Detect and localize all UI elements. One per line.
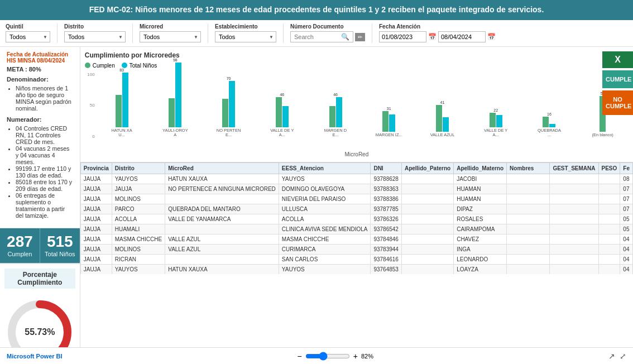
search-input[interactable]	[294, 33, 339, 40]
bar-top-label-4: 46	[333, 93, 338, 97]
bar-green-2	[222, 99, 228, 127]
table-col-gest-semana: GEST_SEMANA	[550, 162, 598, 174]
bar-green-6	[436, 105, 442, 132]
table-cell-r5-c0: JAUJA	[80, 224, 112, 234]
table-cell-r7-c1: MOLINOS	[112, 244, 165, 254]
distrito-filter-group: Distrito Todos	[64, 23, 126, 42]
calendar-icon-to[interactable]: 📅	[487, 33, 496, 41]
bar-group-2: 70NO PERTENE...	[203, 76, 255, 138]
bar-top-label-1: 98	[173, 58, 178, 62]
denominator-list: Niños menores de 1 año tipo de seguro MI…	[7, 85, 73, 112]
table-cell-r7-c5	[401, 244, 453, 254]
update-system: HIS MINSA	[7, 58, 37, 64]
table-cell-r6-c9	[598, 234, 620, 244]
table-cell-r6-c5	[401, 234, 453, 244]
numero-doc-filter-group: Número Documento 🔍 ✏	[290, 23, 365, 42]
bar-teal-3	[282, 106, 289, 127]
table-cell-r2-c3: NIEVERIA DEL PARAISO	[279, 194, 371, 204]
table-cell-r1-c7	[507, 184, 550, 194]
table-cell-r9-c1: YAUYOS	[112, 264, 165, 274]
bar-top-label-7: 22	[493, 108, 498, 112]
filters-row: Quintil Todos Distrito Todos Microred To…	[0, 20, 633, 47]
denominator-label: Denominador:	[7, 76, 73, 83]
donut-chart: 55.73%	[6, 299, 73, 347]
denominator-item-1: Niños menores de 1 año tipo de seguro MI…	[16, 85, 73, 112]
table-cell-r9-c2: HATUN XAUXA	[165, 264, 279, 274]
distrito-select[interactable]: Todos	[64, 31, 126, 42]
table-cell-r5-c8	[550, 224, 598, 234]
establecimiento-filter-group: Establecimiento Todos	[215, 23, 276, 42]
legend-cumplen-dot	[85, 63, 90, 68]
table-cell-r4-c6: ROSALES	[454, 214, 507, 224]
date-from-input[interactable]	[379, 31, 426, 42]
calendar-icon-from[interactable]: 📅	[428, 33, 437, 41]
zoom-minus-button[interactable]: −	[298, 352, 302, 361]
update-date: Fecha de Actualización HIS MINSA 08/04/2…	[7, 51, 73, 64]
table-wrapper[interactable]: ProvinciaDistritoMicroRedEESS_AtencionDN…	[80, 162, 633, 274]
cumple-button[interactable]: CUMPLE	[602, 70, 633, 88]
table-cell-r4-c0: JAUJA	[80, 214, 112, 224]
bar-pair-6	[436, 105, 449, 132]
stats-row: 287 Cumplen 515 Total Niños	[0, 228, 80, 264]
page-title: FED MC-02: Niños menores de 12 meses de …	[89, 5, 544, 14]
bar-green-3	[276, 97, 282, 127]
table-cell-r3-c5	[401, 204, 453, 214]
meta-label: META : 80%	[7, 66, 73, 73]
legend-total-dot	[122, 63, 127, 68]
table-cell-r2-c9	[598, 194, 620, 204]
main-content: Fecha de Actualización HIS MINSA 08/04/2…	[0, 47, 633, 347]
table-cell-r1-c4: 93788363	[371, 184, 402, 194]
table-cell-r2-c1: MOLINOS	[112, 194, 165, 204]
table-cell-r8-c9	[598, 254, 620, 264]
table-cell-r0-c9	[598, 174, 620, 184]
table-col-microred: MicroRed	[165, 162, 279, 174]
y-label-100: 100	[85, 72, 95, 77]
table-cell-r5-c9	[598, 224, 620, 234]
table-cell-r6-c0: JAUJA	[80, 234, 112, 244]
microred-select-wrapper[interactable]: Todos	[140, 31, 201, 42]
expand-icon[interactable]: ⤢	[620, 352, 626, 361]
table-cell-r6-c4: 93784846	[371, 234, 402, 244]
distrito-select-wrapper[interactable]: Todos	[64, 31, 126, 42]
power-bi-link[interactable]: Microsoft Power BI	[7, 353, 63, 360]
bar-x-label-3: VALLE DE YA...	[268, 128, 295, 138]
bar-teal-8	[549, 124, 555, 127]
table-header-row: ProvinciaDistritoMicroRedEESS_AtencionDN…	[80, 162, 632, 174]
table-cell-r3-c9	[598, 204, 620, 214]
zoom-slider[interactable]	[305, 352, 350, 361]
table-cell-r6-c3: MASMA CHICCHE	[279, 234, 371, 244]
y-label-50: 50	[85, 103, 95, 108]
update-date-value: 08/04/2024	[37, 58, 65, 64]
table-cell-r3-c2: QUEBRADA DEL MANTARO	[165, 204, 279, 214]
table-cell-r5-c3: CLINICA AVIVA SEDE MENDIOLA	[279, 224, 371, 234]
share-icon[interactable]: ↗	[608, 352, 615, 361]
zoom-plus-button[interactable]: +	[353, 352, 358, 361]
table-cell-r0-c3: YAUYOS	[279, 174, 371, 184]
divider-4	[283, 23, 284, 43]
excel-export-button[interactable]: X	[602, 51, 633, 68]
table-col-nombres: Nombres	[507, 162, 550, 174]
establecimiento-select-wrapper[interactable]: Todos	[215, 31, 276, 42]
table-cell-r3-c10: 07	[620, 204, 633, 214]
table-cell-r2-c4: 93788386	[371, 194, 402, 204]
table-cell-r8-c7	[507, 254, 550, 264]
quintil-select[interactable]: Todos	[6, 31, 50, 42]
eraser-button[interactable]: ✏	[355, 33, 365, 41]
table-cell-r6-c7	[507, 234, 550, 244]
table-cell-r8-c5	[401, 254, 453, 264]
microred-select[interactable]: Todos	[140, 31, 201, 42]
search-icon[interactable]: 🔍	[341, 33, 349, 41]
y-label-0: 0	[85, 134, 95, 139]
bar-pair-1	[169, 63, 181, 127]
numerador-item-5: 06 entregas de suplemento o tratamiento …	[16, 192, 73, 219]
table-cell-r8-c8	[550, 254, 598, 264]
table-cell-r5-c7	[507, 224, 550, 234]
table-cell-r0-c5	[401, 174, 453, 184]
bar-green-0	[116, 95, 122, 127]
table-cell-r8-c6: LEONARDO	[454, 254, 507, 264]
table-cell-r8-c1: RICRAN	[112, 254, 165, 264]
quintil-select-wrapper[interactable]: Todos	[6, 31, 50, 42]
date-to-input[interactable]	[438, 31, 486, 42]
nocumple-button[interactable]: NOCUMPLE	[602, 90, 633, 115]
establecimiento-select[interactable]: Todos	[215, 31, 276, 42]
